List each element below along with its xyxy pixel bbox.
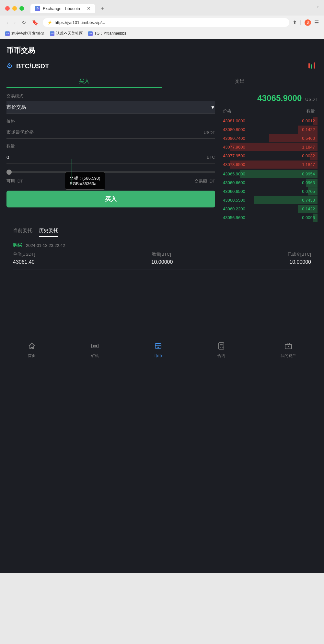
app-header: 币币交易 (0, 39, 324, 59)
buy-button[interactable]: 买入 (6, 191, 215, 207)
order-type: 购买 (13, 242, 22, 248)
miner-icon (91, 342, 99, 352)
tab-buy[interactable]: 买入 (6, 75, 162, 88)
settings-icon[interactable]: ⚙ (6, 62, 13, 70)
pair-name[interactable]: BTC/USDT (16, 62, 49, 70)
order-record-header: 购买 2024-01-13 23:22:42 (13, 242, 311, 248)
buy-order-5[interactable]: 43060.2200 0.1422 (220, 205, 318, 213)
qty-slider[interactable] (6, 172, 215, 172)
nav-home[interactable]: 首页 (28, 342, 36, 359)
sell-order-1[interactable]: 43081.0800 0.0012 (220, 117, 318, 125)
current-price-display: 43065.9000 USDT (220, 93, 318, 103)
price-value: 43065.9000 (257, 93, 302, 103)
tab-history-orders[interactable]: 历史委托 (39, 228, 58, 237)
dot-green[interactable] (19, 6, 24, 11)
bookmark-2[interactable]: tm 认准->天美社区 (50, 31, 83, 36)
browser-dots (5, 6, 24, 11)
buy-order-4[interactable]: 43060.5500 0.7433 (220, 196, 318, 204)
orders-section: 当前委托 历史委托 购买 2024-01-13 23:22:42 单价[USDT… (6, 222, 318, 335)
brave-icon[interactable]: B (305, 19, 311, 26)
dot-red[interactable] (5, 6, 10, 11)
candlestick-chart-icon[interactable] (308, 62, 318, 70)
tab-sell[interactable]: 卖出 (162, 75, 318, 88)
trade-mode-label: 交易模式 (6, 93, 215, 99)
available-section: 可用 DT 交易额 DT (6, 178, 215, 184)
buy-price-5: 43060.2200 (223, 206, 245, 211)
buy-order-6[interactable]: 43056.9600 0.0096 (220, 214, 318, 222)
tab-favicon: B (35, 6, 40, 11)
sell-price-3: 43080.7400 (223, 136, 245, 141)
nav-miner[interactable]: 矿机 (91, 342, 99, 359)
col-unit-price: 单价[USDT] (13, 251, 35, 257)
available-unit: DT (17, 179, 23, 183)
val-filled: 10.00000 (289, 259, 311, 265)
content-spacer (13, 270, 311, 335)
bookmark-favicon-2: tm (50, 31, 54, 36)
pair-left: ⚙ BTC/USDT (6, 62, 49, 70)
sell-order-2[interactable]: 43080.8000 0.1422 (220, 126, 318, 134)
address-bar[interactable]: ⚡ https://jys101.timibbs.vip/... (43, 18, 289, 27)
tab-close-btn[interactable]: ✕ (87, 6, 91, 11)
trade-mode-select[interactable]: 市价交易 ▼ (6, 101, 215, 114)
order-timestamp: 2024-01-13 23:22:42 (26, 243, 65, 248)
qty-input-row: 0 BTC (6, 151, 215, 163)
bookmark-label-1: 程序搭建/开发/修复 (11, 31, 45, 36)
divider: | (300, 20, 301, 26)
tab-add-btn[interactable]: + (100, 5, 104, 12)
buy-qty-3: 0.0705 (302, 189, 315, 194)
bookmark-favicon-1: tm (5, 31, 10, 36)
sell-order-4[interactable]: 43077.9600 1.1847 (220, 143, 318, 151)
order-record: 购买 2024-01-13 23:22:42 单价[USDT] 数量[BTC] … (13, 242, 311, 270)
order-book: 43065.9000 USDT 价格 数量 43081.0800 0.0012 (220, 93, 318, 222)
nav-assets[interactable]: 我的资产 (281, 342, 296, 359)
bookmark-1[interactable]: tm 程序搭建/开发/修复 (5, 31, 45, 36)
bookmark-label-2: 认准->天美社区 (56, 31, 83, 36)
browser-chrome: B Exchange - bbucoin ✕ + ˅ ‹ › ↻ 🔖 ⚡ htt… (0, 0, 324, 39)
back-btn[interactable]: ‹ (5, 18, 9, 27)
page-title: 币币交易 (6, 46, 318, 55)
sell-price-1: 43081.0800 (223, 118, 245, 123)
buy-order-3[interactable]: 43060.6500 0.0705 (220, 187, 318, 195)
sell-qty-4: 1.1847 (302, 145, 315, 150)
val-qty: 10.00000 (151, 259, 173, 265)
nav-coin[interactable]: 币币 (154, 342, 162, 359)
sell-order-5[interactable]: 43077.9500 0.0032 (220, 152, 318, 160)
buy-price-4: 43060.5500 (223, 198, 245, 203)
tooltip-coords: 坐标：(586,593) (70, 175, 100, 181)
svg-point-17 (157, 347, 159, 348)
buy-order-1[interactable]: 43065.9000 0.9954 (220, 170, 318, 178)
price-currency: USDT (305, 97, 318, 102)
tab-title: Exchange - bbucoin (43, 6, 80, 11)
pair-selector: ⚙ BTC/USDT (6, 62, 318, 70)
sell-qty-5: 0.0032 (302, 153, 315, 158)
buy-order-2[interactable]: 43060.6600 0.0963 (220, 179, 318, 187)
svg-rect-3 (311, 65, 312, 68)
svg-rect-10 (31, 348, 33, 349)
tab-current-orders[interactable]: 当前委托 (13, 228, 32, 237)
bookmark-btn[interactable]: 🔖 (30, 18, 40, 27)
header-price: 价格 (223, 108, 231, 114)
bookmark-label-3: TG：@tianmeibbs (94, 31, 126, 36)
qty-value[interactable]: 0 (6, 154, 9, 160)
nav-coin-label: 币币 (154, 353, 162, 359)
nav-contract[interactable]: 合约 (217, 342, 225, 359)
dot-yellow[interactable] (12, 6, 17, 11)
menu-icon[interactable]: ☰ (314, 19, 319, 26)
slider-container (6, 168, 215, 174)
buy-price-3: 43060.6500 (223, 189, 245, 194)
trading-main: 交易模式 市价交易 ▼ 价格 市场最优价格 USDT 数量 (6, 93, 318, 222)
price-group: 价格 市场最优价格 USDT (6, 118, 215, 139)
forward-btn[interactable]: › (13, 18, 17, 27)
available-label: 可用 (6, 179, 15, 183)
share-icon[interactable]: ⬆ (293, 19, 297, 26)
sell-order-3[interactable]: 43080.7400 0.5460 (220, 134, 318, 142)
bookmark-3[interactable]: tm TG：@tianmeibbs (88, 31, 126, 36)
sell-orders: 43081.0800 0.0012 43080.8000 0.1422 4308… (220, 117, 318, 169)
buy-price-6: 43056.9600 (223, 215, 245, 220)
reload-btn[interactable]: ↻ (20, 18, 27, 27)
sell-order-6[interactable]: 43073.6500 1.1847 (220, 161, 318, 169)
browser-tab[interactable]: B Exchange - bbucoin ✕ (30, 4, 95, 13)
trading-section: ⚙ BTC/USDT 买入 卖出 (0, 59, 324, 338)
tab-chevron-icon[interactable]: ˅ (317, 6, 319, 11)
bottom-nav: 首页 矿机 币币 (0, 338, 324, 361)
